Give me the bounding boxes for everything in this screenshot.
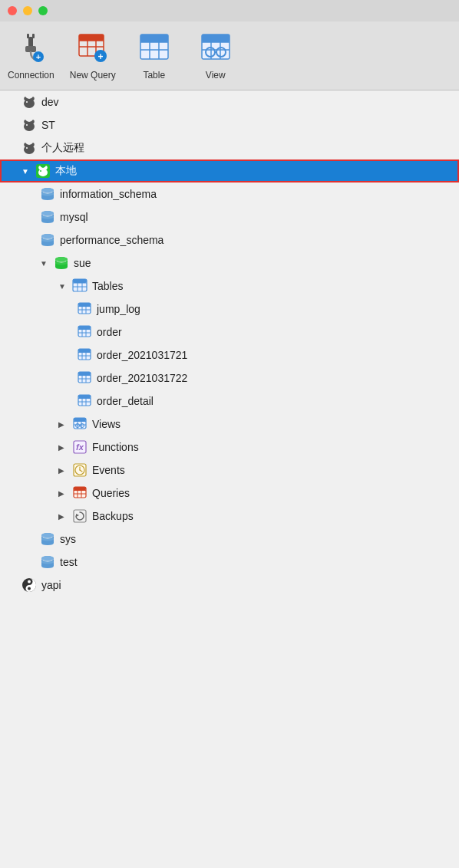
svg-point-42 [41,211,54,215]
dolphin-icon-st [21,117,37,133]
table-icon-order-detail [77,393,92,409]
sys-label: sys [60,533,76,545]
svg-text:fx: fx [76,442,84,452]
personal-remote-label: 个人远程 [41,141,84,155]
events-group-label: Events [92,464,125,476]
tree-item-functions-group[interactable]: ▶ fx Functions [0,436,459,459]
local-chevron: ▼ [21,167,31,176]
svg-point-49 [55,261,68,265]
views-group-icon [72,416,88,432]
tree-item-personal-remote[interactable]: 个人远程 [0,136,459,159]
svg-point-40 [41,192,54,196]
dolphin-icon-personal [21,140,37,156]
svg-text:+: + [97,51,103,61]
svg-rect-69 [78,349,91,353]
dev-label: dev [41,96,59,108]
jump-log-label: jump_log [97,303,140,315]
svg-rect-51 [73,279,87,283]
svg-point-43 [41,215,54,219]
svg-rect-87 [74,418,86,422]
database-icon-perf [40,232,55,248]
tree-item-mysql[interactable]: mysql [0,205,459,229]
svg-point-32 [26,124,28,126]
order-2021031721-label: order_2021031721 [97,349,187,361]
toolbar: + Connection + New Query [0,21,459,90]
tree-item-jump-log[interactable]: jump_log [0,298,459,321]
svg-point-45 [41,234,54,238]
svg-point-110 [41,533,54,538]
svg-point-48 [55,257,68,261]
tree-item-test[interactable]: test [0,551,459,574]
backups-chevron: ▶ [58,512,68,521]
table-icon-order-1 [77,347,92,363]
connection-icon: + [14,31,48,65]
svg-rect-15 [140,35,168,42]
connection-toolbar-item[interactable]: + Connection [8,31,54,81]
svg-point-34 [26,147,28,149]
database-icon-test [40,554,55,570]
order-label: order [97,326,122,338]
tree-item-performance-schema[interactable]: performance_schema [0,229,459,252]
database-icon-sue [54,255,69,271]
views-group-label: Views [92,418,121,430]
tree-item-information-schema[interactable]: information_schema [0,182,459,205]
tree-item-order-detail[interactable]: order_detail [0,390,459,413]
tree-item-st[interactable]: ST [0,113,459,136]
svg-point-111 [41,538,54,541]
yapi-label: yapi [41,579,61,591]
dolphin-icon-local [35,163,51,179]
sue-label: sue [74,257,91,269]
svg-rect-63 [78,326,91,330]
sue-chevron: ▼ [40,259,49,268]
tree-item-yapi[interactable]: yapi [0,574,459,597]
events-group-icon [72,462,88,478]
views-chevron: ▶ [58,420,68,429]
tables-group-icon [72,278,88,294]
close-button[interactable] [8,6,17,15]
database-icon-sys [40,531,55,547]
svg-rect-75 [78,372,91,376]
tree-item-views-group[interactable]: ▶ Views [0,413,459,436]
functions-chevron: ▶ [58,443,68,452]
svg-point-113 [41,556,54,561]
table-icon-order [77,324,92,340]
functions-group-icon: fx [72,439,88,455]
svg-point-39 [41,188,54,192]
tree-item-order-2021031722[interactable]: order_2021031722 [0,367,459,390]
svg-rect-0 [28,37,33,48]
dolphin-icon [21,94,37,110]
events-chevron: ▶ [58,466,68,475]
svg-rect-7 [79,35,104,41]
svg-point-30 [26,101,28,103]
connection-label: Connection [8,70,54,81]
svg-point-36 [38,169,48,176]
backups-group-label: Backups [92,510,134,522]
queries-group-icon [72,485,88,501]
tree-item-sys[interactable]: sys [0,528,459,551]
view-icon [199,31,233,65]
svg-rect-102 [74,487,86,491]
tree-item-sue[interactable]: ▼ sue [0,252,459,275]
tables-group-label: Tables [92,280,123,292]
tree-item-order[interactable]: order [0,321,459,344]
tree-item-backups-group[interactable]: ▶ Backups [0,505,459,528]
order-detail-label: order_detail [97,395,154,407]
svg-point-114 [41,561,54,564]
svg-point-37 [40,170,41,172]
new-query-icon: + [76,31,110,65]
new-query-toolbar-item[interactable]: + New Query [70,31,116,81]
tree-item-tables-group[interactable]: ▼ Tables [0,275,459,298]
tree-item-order-2021031721[interactable]: order_2021031721 [0,344,459,367]
tables-chevron: ▼ [58,282,68,291]
backups-group-icon [72,508,88,524]
sidebar: dev ST 个人远程 ▼ [0,90,459,868]
tree-item-dev[interactable]: dev [0,90,459,113]
tree-item-events-group[interactable]: ▶ Events [0,459,459,482]
view-toolbar-item[interactable]: View [193,31,239,81]
order-2021031722-label: order_2021031722 [97,372,187,384]
tree-item-queries-group[interactable]: ▶ Queries [0,482,459,505]
table-toolbar-item[interactable]: Table [131,31,177,81]
tree-item-local[interactable]: ▼ 本地 [0,159,459,182]
maximize-button[interactable] [38,6,48,15]
minimize-button[interactable] [23,6,32,15]
